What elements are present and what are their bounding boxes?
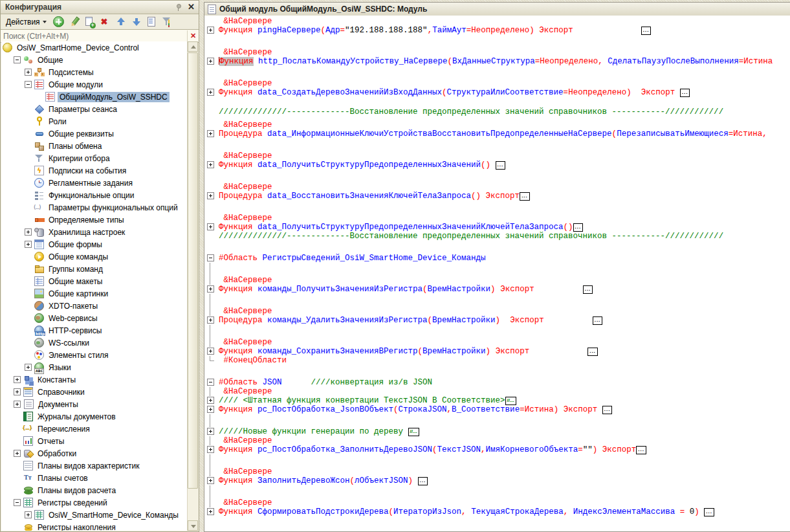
fold-expand-icon[interactable] [207, 348, 214, 355]
tree-item[interactable]: Общие формы [1, 238, 188, 250]
fold-expand-icon[interactable] [207, 477, 214, 484]
add-icon[interactable] [53, 16, 64, 27]
tree-item[interactable]: XDTO-пакеты [1, 300, 188, 312]
copy-add-icon[interactable] [84, 16, 95, 27]
collapsed-code-button[interactable]: ... [680, 89, 690, 97]
tree-item[interactable]: Общие модули [1, 78, 188, 91]
tree-item[interactable]: Роли [1, 115, 188, 127]
actions-dropdown-button[interactable]: Действия [3, 17, 49, 27]
tree-item[interactable]: Константы [1, 373, 188, 386]
close-icon[interactable]: ✕ [186, 3, 196, 12]
tree-item[interactable]: Планы видов характеристик [1, 460, 188, 472]
tree-item[interactable]: Планы обмена [1, 140, 188, 152]
collapsed-code-button[interactable]: ... [587, 348, 598, 356]
tree-item[interactable]: Регистры сведений [1, 496, 188, 509]
tree-item[interactable]: Планы видов расчета [1, 484, 188, 496]
delete-icon[interactable] [100, 16, 111, 27]
collapsed-code-button[interactable]: ... [573, 223, 584, 232]
collapse-icon[interactable] [25, 81, 32, 88]
expand-icon[interactable] [25, 364, 32, 371]
fold-expand-icon[interactable] [207, 223, 214, 230]
fold-expand-icon[interactable] [207, 508, 214, 515]
tree-item[interactable]: Отчеты [1, 435, 188, 447]
collapse-icon[interactable] [14, 499, 21, 506]
tree-item[interactable]: Справочники [1, 386, 188, 398]
search-input[interactable] [1, 30, 187, 41]
code-area[interactable]: &НаСервереФункция pingНаСервере(Адр="192… [204, 16, 790, 531]
tree-item[interactable]: Регистры накопления [1, 521, 188, 531]
edit-icon[interactable] [69, 16, 80, 27]
filter-settings-icon[interactable] [162, 16, 173, 27]
fold-expand-icon[interactable] [207, 285, 214, 293]
tree-item[interactable]: Журналы документов [1, 410, 188, 423]
scroll-down-icon[interactable] [188, 520, 198, 531]
tree-item[interactable]: Общие реквизиты [1, 127, 188, 140]
collapsed-comment-button[interactable]: //... [408, 428, 419, 436]
expand-icon[interactable] [25, 69, 32, 76]
expand-icon[interactable] [14, 388, 21, 395]
fold-expand-icon[interactable] [207, 58, 214, 65]
tree-item[interactable]: Параметры функциональных опций [1, 201, 188, 214]
tree-item[interactable]: Планы счетов [1, 472, 188, 484]
tree-item[interactable]: Хранилища настроек [1, 226, 188, 238]
tree-item[interactable]: ОбщийМодуль_OsiW_SSHDC [1, 91, 188, 103]
tree-item[interactable]: WS-ссылки [1, 337, 188, 349]
collapsed-code-button[interactable]: ... [641, 27, 652, 35]
fold-expand-icon[interactable] [207, 397, 214, 404]
tree-item[interactable]: OsiW_SmartHome_Device_Control [1, 41, 188, 54]
expand-icon[interactable] [14, 401, 21, 408]
tree-item[interactable]: Параметры сеанса [1, 103, 188, 115]
expand-icon[interactable] [25, 228, 32, 236]
collapsed-code-button[interactable]: ... [636, 446, 646, 454]
collapse-icon[interactable] [14, 56, 21, 63]
tree-item[interactable]: Подсистемы [1, 66, 188, 78]
pin-icon[interactable] [176, 3, 181, 11]
fold-expand-icon[interactable] [207, 130, 214, 137]
tree-item[interactable]: Перечисления [1, 423, 188, 435]
tree-item[interactable]: Группы команд [1, 263, 188, 275]
tree-item[interactable]: Элементы стиля [1, 349, 188, 361]
collapsed-code-button[interactable]: ... [583, 285, 593, 294]
collapsed-comment-button[interactable]: //... [505, 397, 516, 405]
tree-item[interactable]: Общие макеты [1, 275, 188, 287]
expand-icon[interactable] [14, 376, 21, 383]
fold-expand-icon[interactable] [207, 192, 214, 199]
collapsed-code-button[interactable]: ... [593, 316, 603, 325]
search-clear-icon[interactable]: ✕ [187, 30, 199, 41]
tree-scrollbar[interactable] [187, 41, 198, 531]
expand-icon[interactable] [14, 450, 21, 457]
tree-item[interactable]: HTTP-сервисы [1, 324, 188, 337]
tree-item[interactable]: Регламентные задания [1, 177, 188, 189]
fold-expand-icon[interactable] [207, 27, 214, 34]
tree-item[interactable]: Общие команды [1, 250, 188, 263]
scroll-up-icon[interactable] [188, 41, 198, 52]
tree-item[interactable]: Общие [1, 54, 188, 66]
tree-item[interactable]: Обработки [1, 447, 188, 460]
sort-list-icon[interactable] [146, 16, 157, 27]
tree-item[interactable]: Функциональные опции [1, 189, 188, 201]
tree-item[interactable]: Подписки на события [1, 164, 188, 177]
tree-item[interactable]: OsiW_SmartHome_Device_Команды [1, 509, 188, 521]
tree-item[interactable]: Документы [1, 398, 188, 410]
collapsed-code-button[interactable]: ... [602, 406, 613, 414]
fold-expand-icon[interactable] [207, 161, 214, 168]
collapsed-code-button[interactable]: ... [496, 161, 506, 170]
collapsed-code-button[interactable]: ... [418, 477, 428, 485]
tree-item[interactable]: Языки [1, 361, 188, 373]
tree-item[interactable]: Определяемые типы [1, 214, 188, 226]
fold-collapse-icon[interactable] [207, 254, 214, 261]
tree-item[interactable]: Критерии отбора [1, 152, 188, 164]
tree-item[interactable]: Общие картинки [1, 287, 188, 300]
collapsed-code-button[interactable]: ... [704, 508, 714, 516]
fold-collapse-icon[interactable] [207, 379, 214, 386]
fold-expand-icon[interactable] [207, 406, 214, 413]
tree-item[interactable]: Web-сервисы [1, 312, 188, 324]
collapsed-code-button[interactable]: ... [520, 192, 530, 201]
move-down-icon[interactable] [131, 16, 142, 27]
fold-expand-icon[interactable] [207, 446, 214, 453]
expand-icon[interactable] [25, 241, 32, 248]
fold-expand-icon[interactable] [207, 89, 214, 96]
fold-expand-icon[interactable] [207, 428, 214, 435]
fold-expand-icon[interactable] [207, 316, 214, 324]
move-up-icon[interactable] [115, 16, 126, 27]
